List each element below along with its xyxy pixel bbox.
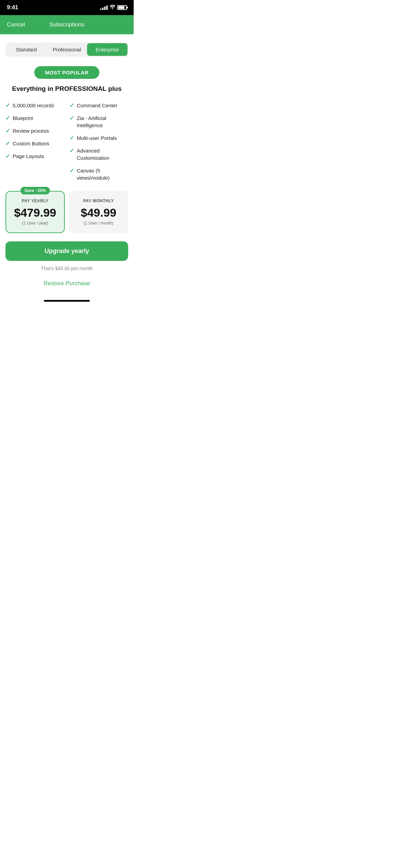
feature-item: ✓ Blueprint <box>5 114 64 122</box>
features-left: ✓ 5,000,000 records ✓ Blueprint ✓ Review… <box>5 102 64 181</box>
feature-text: Multi-user Portals <box>77 134 117 142</box>
home-bar <box>44 300 90 302</box>
check-icon: ✓ <box>5 115 10 121</box>
per-month-text: That's $40.00 per month <box>5 266 128 271</box>
most-popular-badge: MOST POPULAR <box>34 66 100 79</box>
tab-enterprise[interactable]: Enterprise <box>87 43 127 56</box>
monthly-price: $49.99 <box>74 206 123 219</box>
tab-professional[interactable]: Professional <box>47 43 87 56</box>
restore-purchase-link[interactable]: Restore Purchase <box>5 277 128 290</box>
nav-bar: Cancel Subscriptions <box>0 15 134 34</box>
feature-item: ✓ 5,000,000 records <box>5 102 64 109</box>
feature-text: Custom Buttons <box>13 140 49 147</box>
yearly-price: $479.99 <box>11 206 59 219</box>
status-icons <box>100 5 127 10</box>
wifi-icon <box>110 5 115 10</box>
check-icon: ✓ <box>70 167 74 174</box>
status-bar: 9:41 <box>0 0 134 15</box>
feature-item: ✓ Page Layouts <box>5 153 64 160</box>
yearly-period: PAY YEARLY <box>11 198 59 203</box>
features-right: ✓ Command Center ✓ Zia - Artificial Inte… <box>70 102 128 181</box>
heading-prefix: Everything in <box>12 85 55 92</box>
feature-item: ✓ Review process <box>5 127 64 134</box>
plan-heading: Everything in PROFESSIONAL plus <box>5 84 128 94</box>
cancel-button[interactable]: Cancel <box>7 21 25 28</box>
check-icon: ✓ <box>70 135 74 141</box>
feature-item: ✓ Zia - Artificial Intelligence <box>70 114 128 129</box>
check-icon: ✓ <box>5 140 10 147</box>
feature-item: ✓ Command Center <box>70 102 128 109</box>
upgrade-button[interactable]: Upgrade yearly <box>5 241 128 261</box>
check-icon: ✓ <box>70 147 74 154</box>
check-icon: ✓ <box>70 102 74 109</box>
features-grid: ✓ 5,000,000 records ✓ Blueprint ✓ Review… <box>5 102 128 181</box>
feature-item: ✓ Advanced Customisation <box>70 147 128 161</box>
feature-text: Canvas (5 views/module) <box>77 167 128 181</box>
pricing-card-yearly[interactable]: Save - 20% PAY YEARLY $479.99 (1 User / … <box>5 191 65 233</box>
pricing-row: Save - 20% PAY YEARLY $479.99 (1 User / … <box>5 191 128 233</box>
check-icon: ✓ <box>70 115 74 121</box>
monthly-sub: (1 User / month) <box>74 221 123 226</box>
content-area: Standard Professional Enterprise MOST PO… <box>0 34 134 297</box>
feature-item: ✓ Multi-user Portals <box>70 134 128 142</box>
heading-highlight: PROFESSIONAL <box>55 85 107 92</box>
check-icon: ✓ <box>5 153 10 159</box>
pricing-card-monthly[interactable]: PAY MONTHLY $49.99 (1 User / month) <box>69 191 128 233</box>
save-badge: Save - 20% <box>20 187 50 194</box>
feature-item: ✓ Custom Buttons <box>5 140 64 147</box>
status-time: 9:41 <box>7 4 18 11</box>
feature-text: Review process <box>13 127 49 134</box>
feature-text: Command Center <box>77 102 117 109</box>
feature-text: Zia - Artificial Intelligence <box>77 114 128 129</box>
feature-text: Blueprint <box>13 114 33 122</box>
home-indicator <box>0 297 134 303</box>
feature-text: 5,000,000 records <box>13 102 54 109</box>
yearly-sub: (1 User / year) <box>11 221 59 226</box>
feature-text: Page Layouts <box>13 153 44 160</box>
check-icon: ✓ <box>5 102 10 109</box>
tab-group: Standard Professional Enterprise <box>5 43 128 57</box>
badge-container: MOST POPULAR <box>5 66 128 79</box>
heading-suffix: plus <box>106 85 121 92</box>
monthly-period: PAY MONTHLY <box>74 198 123 203</box>
tab-standard[interactable]: Standard <box>6 43 47 56</box>
signal-icon <box>100 5 108 10</box>
nav-title: Subscriptions <box>49 21 84 28</box>
battery-icon <box>117 5 127 10</box>
check-icon: ✓ <box>5 128 10 134</box>
feature-text: Advanced Customisation <box>77 147 128 161</box>
feature-item: ✓ Canvas (5 views/module) <box>70 167 128 181</box>
